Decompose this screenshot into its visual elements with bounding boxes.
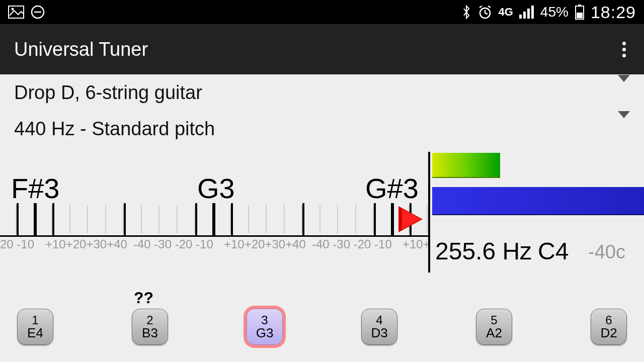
string-note: D3 bbox=[371, 326, 387, 340]
pitch-dropdown[interactable]: 440 Hz - Standard pitch bbox=[0, 111, 644, 147]
network-type: 4G bbox=[499, 6, 513, 19]
signal-icon bbox=[519, 6, 534, 19]
android-status-bar: 4G 45% 18:29 bbox=[0, 0, 644, 24]
clock-time: 18:29 bbox=[591, 3, 636, 22]
scale-note-label: F#3 bbox=[11, 172, 60, 205]
string-note: E4 bbox=[27, 326, 43, 340]
string-note: D2 bbox=[600, 326, 617, 340]
cent-label: -40 -30 -20 -10 bbox=[312, 237, 392, 251]
svg-point-1 bbox=[12, 8, 14, 11]
detected-note: C4 bbox=[538, 237, 569, 265]
svg-rect-11 bbox=[527, 9, 530, 19]
detected-cents: -40c bbox=[588, 241, 625, 263]
string-note: A2 bbox=[486, 326, 502, 340]
string-number: 6 bbox=[605, 314, 612, 326]
svg-rect-14 bbox=[578, 5, 581, 6]
string-button-6[interactable]: 6D2 bbox=[591, 309, 627, 345]
detected-frequency: 255.6 Hz bbox=[435, 237, 532, 265]
cent-label: 20 -10 bbox=[0, 237, 34, 251]
chevron-down-icon bbox=[618, 118, 630, 140]
cent-label: +10+20+30+40 bbox=[224, 237, 306, 251]
tuner-meter: F#3 G3 G#3 20 -10 +10+20+30+40 -40 -30 -… bbox=[0, 152, 644, 273]
string-button-5[interactable]: 5A2 bbox=[476, 309, 512, 345]
cent-label: +10+20+30+40 bbox=[45, 237, 127, 251]
string-button-1[interactable]: 1E4 bbox=[17, 309, 53, 345]
pitch-bar bbox=[432, 187, 644, 215]
volume-bar bbox=[432, 153, 500, 178]
alarm-icon bbox=[477, 5, 493, 20]
pitch-dropdown-label: 440 Hz - Standard pitch bbox=[14, 118, 215, 140]
svg-rect-12 bbox=[531, 6, 534, 19]
string-number: 3 bbox=[261, 314, 268, 326]
tuning-dropdown[interactable]: Drop D, 6-string guitar bbox=[0, 74, 644, 111]
unknown-indicator: ?? bbox=[134, 289, 153, 307]
pitch-scale: F#3 G3 G#3 20 -10 +10+20+30+40 -40 -30 -… bbox=[0, 152, 430, 273]
svg-rect-10 bbox=[523, 12, 526, 19]
string-number: 4 bbox=[376, 314, 382, 326]
svg-line-8 bbox=[488, 6, 491, 8]
dnd-icon bbox=[30, 5, 45, 20]
pitch-readout: 255.6 Hz C4 -40c bbox=[432, 152, 644, 273]
string-button-4[interactable]: 4D3 bbox=[361, 309, 397, 345]
string-button-3[interactable]: 3G3 bbox=[247, 309, 283, 345]
svg-line-6 bbox=[485, 13, 488, 14]
bluetooth-icon bbox=[461, 5, 471, 20]
cent-label: -40 -30 -20 -10 bbox=[133, 237, 213, 251]
string-number: 5 bbox=[491, 314, 497, 326]
overflow-menu-button[interactable] bbox=[618, 38, 630, 61]
scale-note-label: G3 bbox=[197, 172, 235, 205]
svg-rect-15 bbox=[577, 13, 583, 18]
cent-label: +10+2 bbox=[403, 237, 430, 251]
string-number: 2 bbox=[146, 314, 153, 326]
app-title: Universal Tuner bbox=[14, 39, 148, 60]
string-note: G3 bbox=[256, 326, 274, 340]
battery-icon bbox=[575, 4, 585, 20]
battery-percent: 45% bbox=[540, 4, 569, 20]
tuning-dropdown-label: Drop D, 6-string guitar bbox=[14, 82, 202, 104]
gallery-icon bbox=[8, 6, 24, 19]
string-number: 1 bbox=[32, 314, 38, 326]
scale-note-label: G#3 bbox=[365, 172, 419, 205]
app-action-bar: Universal Tuner bbox=[0, 24, 644, 74]
string-selector-row: 1E4??2B33G34D35A26D2 bbox=[0, 298, 644, 362]
chevron-down-icon bbox=[618, 82, 630, 104]
string-button-2[interactable]: 2B3 bbox=[132, 309, 168, 345]
svg-line-7 bbox=[479, 6, 482, 8]
string-note: B3 bbox=[142, 326, 158, 340]
svg-rect-9 bbox=[519, 15, 522, 19]
